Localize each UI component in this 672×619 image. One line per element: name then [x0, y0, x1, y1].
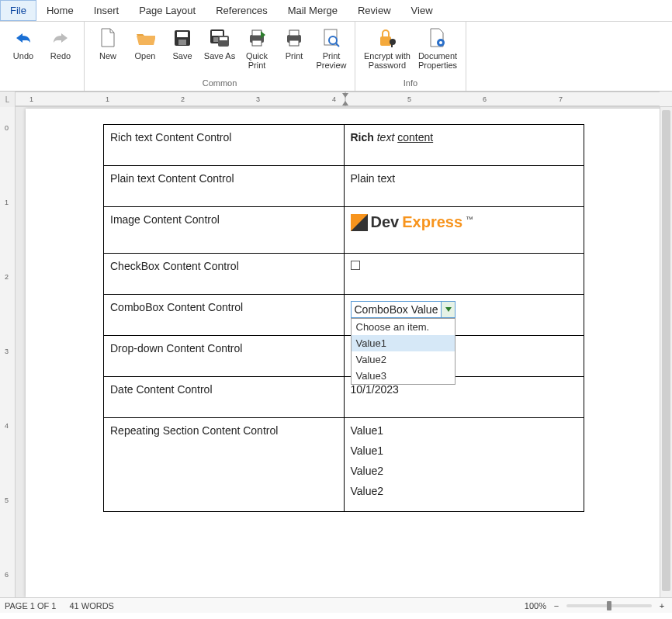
svg-text:5: 5 — [407, 95, 411, 103]
combo-option[interactable]: Value2 — [352, 351, 456, 368]
menu-home[interactable]: Home — [36, 0, 84, 21]
svg-text:5: 5 — [5, 496, 9, 504]
save-button[interactable]: Save — [164, 25, 201, 78]
cell-label[interactable]: Date Content Control — [104, 377, 345, 418]
redo-button[interactable]: Redo — [42, 25, 79, 78]
table-row: ComboBox Content Control ComboBox Value … — [104, 295, 584, 336]
repeat-item[interactable]: Value1 — [351, 424, 578, 437]
cell-label[interactable]: Image Content Control — [104, 207, 345, 254]
svg-rect-7 — [220, 37, 227, 40]
checkbox-control[interactable] — [344, 254, 584, 295]
logo-mark-icon — [351, 214, 368, 231]
open-button[interactable]: Open — [126, 25, 164, 78]
common-group: New Open Save Save As — [85, 22, 355, 91]
print-icon — [284, 26, 304, 50]
chevron-down-icon — [445, 307, 452, 312]
group-label-info: Info — [360, 78, 461, 89]
svg-text:1: 1 — [5, 199, 9, 206]
repeat-item[interactable]: Value1 — [351, 444, 578, 457]
combo-option[interactable]: Choose an item. — [352, 319, 456, 335]
image-control[interactable]: DevExpress™ — [344, 207, 584, 254]
encrypt-button[interactable]: Encrypt with Password — [360, 25, 414, 78]
zoom-percent[interactable]: 100% — [525, 601, 546, 610]
menu-view[interactable]: View — [401, 0, 443, 21]
quick-print-icon — [247, 26, 267, 50]
repeat-item[interactable]: Value2 — [351, 465, 578, 477]
menu-page-layout[interactable]: Page Layout — [129, 0, 206, 21]
devexpress-logo: DevExpress™ — [351, 213, 578, 231]
svg-text:6: 6 — [483, 95, 487, 103]
status-page[interactable]: PAGE 1 OF 1 — [5, 601, 56, 610]
repeat-item[interactable]: Value2 — [351, 485, 578, 497]
svg-text:3: 3 — [5, 348, 9, 355]
table-row: Repeating Section Content Control Value1… — [104, 418, 584, 512]
cell-label[interactable]: Plain text Content Control — [104, 166, 345, 207]
menu-review[interactable]: Review — [348, 0, 401, 21]
zoom-slider-thumb[interactable] — [607, 601, 611, 610]
menu-mail-merge[interactable]: Mail Merge — [278, 0, 348, 21]
svg-text:2: 2 — [181, 95, 185, 103]
combo-option[interactable]: Value1 — [352, 335, 456, 351]
svg-marker-33 — [342, 101, 348, 105]
combo-option[interactable]: Value3 — [352, 368, 456, 384]
document-page: Rich text Content Control Rich text cont… — [26, 109, 662, 597]
dropdown-toggle[interactable] — [441, 302, 455, 317]
cell-label[interactable]: Repeating Section Content Control — [104, 418, 345, 512]
new-button[interactable]: New — [89, 25, 126, 78]
svg-rect-16 — [380, 36, 391, 46]
cell-label[interactable]: CheckBox Content Control — [104, 254, 345, 295]
svg-marker-32 — [342, 93, 348, 98]
info-group: Encrypt with Password Document Propertie… — [355, 22, 466, 91]
svg-text:4: 4 — [5, 422, 9, 430]
zoom-slider[interactable] — [566, 604, 652, 607]
status-words[interactable]: 41 WORDS — [70, 601, 114, 610]
svg-rect-2 — [178, 40, 186, 45]
print-button[interactable]: Print — [275, 25, 313, 78]
svg-rect-4 — [212, 31, 223, 36]
checkbox-icon[interactable] — [351, 261, 360, 270]
svg-rect-13 — [289, 40, 299, 46]
doc-properties-button[interactable]: Document Properties — [414, 25, 461, 78]
svg-rect-1 — [177, 32, 188, 37]
table-row: Image Content Control DevExpress™ — [104, 207, 584, 254]
rich-text-control[interactable]: Rich text content — [344, 125, 584, 166]
svg-marker-41 — [445, 307, 452, 312]
scrollbar-thumb[interactable] — [662, 110, 670, 591]
cell-label[interactable]: Rich text Content Control — [104, 125, 345, 166]
combobox-field[interactable]: ComboBox Value — [351, 301, 456, 318]
zoom-in-button[interactable]: + — [656, 601, 667, 610]
zoom-out-button[interactable]: − — [551, 601, 562, 610]
history-group: Undo Redo — [0, 22, 85, 91]
lock-key-icon — [377, 26, 397, 50]
cell-label[interactable]: Drop-down Content Control — [104, 336, 345, 377]
menu-insert[interactable]: Insert — [84, 0, 130, 21]
combobox-control[interactable]: ComboBox Value Choose an item. Value1 Va… — [344, 295, 584, 336]
menu-references[interactable]: References — [206, 0, 277, 21]
svg-text:7: 7 — [559, 95, 563, 103]
quick-print-button[interactable]: Quick Print — [238, 25, 275, 78]
table-row: Date Content Control 10/1/2023 — [104, 377, 584, 418]
undo-icon — [13, 26, 33, 50]
svg-point-20 — [439, 41, 442, 44]
svg-text:1: 1 — [29, 95, 33, 103]
svg-rect-9 — [252, 30, 262, 36]
new-doc-icon — [99, 26, 116, 50]
document-viewport[interactable]: Rich text Content Control Rich text cont… — [16, 107, 672, 597]
repeating-section-control[interactable]: Value1 Value1 Value2 Value2 — [344, 418, 584, 512]
save-as-button[interactable]: Save As — [201, 25, 238, 78]
combobox-dropdown-list[interactable]: Choose an item. Value1 Value2 Value3 — [351, 318, 456, 385]
open-folder-icon — [135, 26, 155, 50]
menu-bar: File Home Insert Page Layout References … — [0, 0, 672, 22]
plain-text-control[interactable]: Plain text — [344, 166, 584, 207]
undo-button[interactable]: Undo — [5, 25, 42, 78]
print-preview-button[interactable]: Print Preview — [313, 25, 350, 78]
vertical-ruler[interactable]: 0123456 — [0, 107, 16, 597]
menu-file[interactable]: File — [0, 0, 36, 21]
h-ruler-track[interactable]: 1 1234567 — [16, 92, 672, 106]
cell-label[interactable]: ComboBox Content Control — [104, 295, 345, 336]
svg-rect-10 — [252, 40, 262, 46]
svg-text:3: 3 — [256, 95, 260, 103]
status-bar: PAGE 1 OF 1 41 WORDS 100% − + — [0, 597, 672, 613]
redo-icon — [50, 26, 71, 50]
table-row: Rich text Content Control Rich text cont… — [104, 125, 584, 166]
